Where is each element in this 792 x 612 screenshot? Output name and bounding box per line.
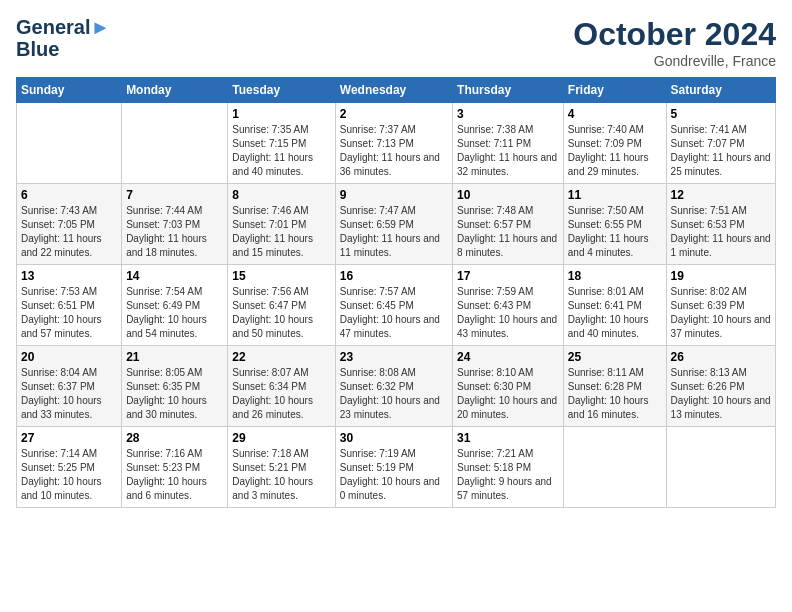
calendar-cell: 8Sunrise: 7:46 AM Sunset: 7:01 PM Daylig… [228,184,335,265]
calendar-cell: 31Sunrise: 7:21 AM Sunset: 5:18 PM Dayli… [453,427,564,508]
day-number: 21 [126,350,223,364]
day-number: 10 [457,188,559,202]
day-info: Sunrise: 7:48 AM Sunset: 6:57 PM Dayligh… [457,204,559,260]
day-info: Sunrise: 7:41 AM Sunset: 7:07 PM Dayligh… [671,123,771,179]
day-info: Sunrise: 7:54 AM Sunset: 6:49 PM Dayligh… [126,285,223,341]
month-title: October 2024 [573,16,776,53]
weekday-header-sunday: Sunday [17,78,122,103]
calendar-cell: 16Sunrise: 7:57 AM Sunset: 6:45 PM Dayli… [335,265,452,346]
day-info: Sunrise: 8:02 AM Sunset: 6:39 PM Dayligh… [671,285,771,341]
day-number: 30 [340,431,448,445]
calendar-week-4: 20Sunrise: 8:04 AM Sunset: 6:37 PM Dayli… [17,346,776,427]
calendar-cell: 10Sunrise: 7:48 AM Sunset: 6:57 PM Dayli… [453,184,564,265]
day-info: Sunrise: 7:46 AM Sunset: 7:01 PM Dayligh… [232,204,330,260]
calendar-cell: 20Sunrise: 8:04 AM Sunset: 6:37 PM Dayli… [17,346,122,427]
calendar-cell: 2Sunrise: 7:37 AM Sunset: 7:13 PM Daylig… [335,103,452,184]
calendar-cell: 7Sunrise: 7:44 AM Sunset: 7:03 PM Daylig… [122,184,228,265]
day-info: Sunrise: 7:59 AM Sunset: 6:43 PM Dayligh… [457,285,559,341]
day-info: Sunrise: 7:50 AM Sunset: 6:55 PM Dayligh… [568,204,662,260]
day-number: 8 [232,188,330,202]
calendar-cell: 18Sunrise: 8:01 AM Sunset: 6:41 PM Dayli… [563,265,666,346]
day-number: 6 [21,188,117,202]
day-number: 20 [21,350,117,364]
day-info: Sunrise: 7:47 AM Sunset: 6:59 PM Dayligh… [340,204,448,260]
day-number: 18 [568,269,662,283]
weekday-header-tuesday: Tuesday [228,78,335,103]
day-info: Sunrise: 8:04 AM Sunset: 6:37 PM Dayligh… [21,366,117,422]
logo: General►Blue [16,16,110,60]
day-info: Sunrise: 7:35 AM Sunset: 7:15 PM Dayligh… [232,123,330,179]
calendar-cell: 11Sunrise: 7:50 AM Sunset: 6:55 PM Dayli… [563,184,666,265]
calendar-cell: 27Sunrise: 7:14 AM Sunset: 5:25 PM Dayli… [17,427,122,508]
calendar-cell: 6Sunrise: 7:43 AM Sunset: 7:05 PM Daylig… [17,184,122,265]
calendar-cell: 23Sunrise: 8:08 AM Sunset: 6:32 PM Dayli… [335,346,452,427]
day-info: Sunrise: 8:08 AM Sunset: 6:32 PM Dayligh… [340,366,448,422]
day-info: Sunrise: 7:37 AM Sunset: 7:13 PM Dayligh… [340,123,448,179]
day-number: 31 [457,431,559,445]
calendar-cell: 17Sunrise: 7:59 AM Sunset: 6:43 PM Dayli… [453,265,564,346]
calendar-cell: 19Sunrise: 8:02 AM Sunset: 6:39 PM Dayli… [666,265,775,346]
calendar-cell [666,427,775,508]
day-info: Sunrise: 8:05 AM Sunset: 6:35 PM Dayligh… [126,366,223,422]
calendar-cell: 3Sunrise: 7:38 AM Sunset: 7:11 PM Daylig… [453,103,564,184]
day-info: Sunrise: 8:07 AM Sunset: 6:34 PM Dayligh… [232,366,330,422]
day-number: 27 [21,431,117,445]
weekday-header-monday: Monday [122,78,228,103]
calendar-cell [563,427,666,508]
day-info: Sunrise: 7:51 AM Sunset: 6:53 PM Dayligh… [671,204,771,260]
day-number: 14 [126,269,223,283]
calendar-week-2: 6Sunrise: 7:43 AM Sunset: 7:05 PM Daylig… [17,184,776,265]
day-number: 22 [232,350,330,364]
day-number: 26 [671,350,771,364]
calendar-week-1: 1Sunrise: 7:35 AM Sunset: 7:15 PM Daylig… [17,103,776,184]
calendar-cell: 4Sunrise: 7:40 AM Sunset: 7:09 PM Daylig… [563,103,666,184]
day-info: Sunrise: 7:40 AM Sunset: 7:09 PM Dayligh… [568,123,662,179]
calendar-cell: 29Sunrise: 7:18 AM Sunset: 5:21 PM Dayli… [228,427,335,508]
calendar-cell: 1Sunrise: 7:35 AM Sunset: 7:15 PM Daylig… [228,103,335,184]
day-number: 19 [671,269,771,283]
day-info: Sunrise: 8:01 AM Sunset: 6:41 PM Dayligh… [568,285,662,341]
calendar-cell: 24Sunrise: 8:10 AM Sunset: 6:30 PM Dayli… [453,346,564,427]
day-number: 7 [126,188,223,202]
calendar-cell: 25Sunrise: 8:11 AM Sunset: 6:28 PM Dayli… [563,346,666,427]
day-number: 17 [457,269,559,283]
day-info: Sunrise: 7:38 AM Sunset: 7:11 PM Dayligh… [457,123,559,179]
calendar-cell: 12Sunrise: 7:51 AM Sunset: 6:53 PM Dayli… [666,184,775,265]
day-info: Sunrise: 7:43 AM Sunset: 7:05 PM Dayligh… [21,204,117,260]
calendar-cell [17,103,122,184]
day-number: 12 [671,188,771,202]
day-info: Sunrise: 7:18 AM Sunset: 5:21 PM Dayligh… [232,447,330,503]
weekday-header-row: SundayMondayTuesdayWednesdayThursdayFrid… [17,78,776,103]
page-header: General►Blue October 2024 Gondreville, F… [16,16,776,69]
weekday-header-thursday: Thursday [453,78,564,103]
calendar-week-5: 27Sunrise: 7:14 AM Sunset: 5:25 PM Dayli… [17,427,776,508]
day-info: Sunrise: 7:57 AM Sunset: 6:45 PM Dayligh… [340,285,448,341]
logo-text: General►Blue [16,16,110,60]
day-number: 3 [457,107,559,121]
day-number: 23 [340,350,448,364]
calendar-cell: 28Sunrise: 7:16 AM Sunset: 5:23 PM Dayli… [122,427,228,508]
day-number: 29 [232,431,330,445]
day-info: Sunrise: 7:53 AM Sunset: 6:51 PM Dayligh… [21,285,117,341]
calendar-cell: 15Sunrise: 7:56 AM Sunset: 6:47 PM Dayli… [228,265,335,346]
calendar-cell: 30Sunrise: 7:19 AM Sunset: 5:19 PM Dayli… [335,427,452,508]
calendar-cell: 9Sunrise: 7:47 AM Sunset: 6:59 PM Daylig… [335,184,452,265]
calendar-cell: 22Sunrise: 8:07 AM Sunset: 6:34 PM Dayli… [228,346,335,427]
weekday-header-wednesday: Wednesday [335,78,452,103]
weekday-header-saturday: Saturday [666,78,775,103]
day-number: 4 [568,107,662,121]
day-info: Sunrise: 7:19 AM Sunset: 5:19 PM Dayligh… [340,447,448,503]
day-number: 13 [21,269,117,283]
day-info: Sunrise: 7:14 AM Sunset: 5:25 PM Dayligh… [21,447,117,503]
day-number: 25 [568,350,662,364]
day-info: Sunrise: 8:11 AM Sunset: 6:28 PM Dayligh… [568,366,662,422]
day-info: Sunrise: 7:56 AM Sunset: 6:47 PM Dayligh… [232,285,330,341]
weekday-header-friday: Friday [563,78,666,103]
calendar-cell: 26Sunrise: 8:13 AM Sunset: 6:26 PM Dayli… [666,346,775,427]
day-number: 16 [340,269,448,283]
calendar-week-3: 13Sunrise: 7:53 AM Sunset: 6:51 PM Dayli… [17,265,776,346]
day-number: 5 [671,107,771,121]
title-block: October 2024 Gondreville, France [573,16,776,69]
calendar-table: SundayMondayTuesdayWednesdayThursdayFrid… [16,77,776,508]
day-info: Sunrise: 7:44 AM Sunset: 7:03 PM Dayligh… [126,204,223,260]
